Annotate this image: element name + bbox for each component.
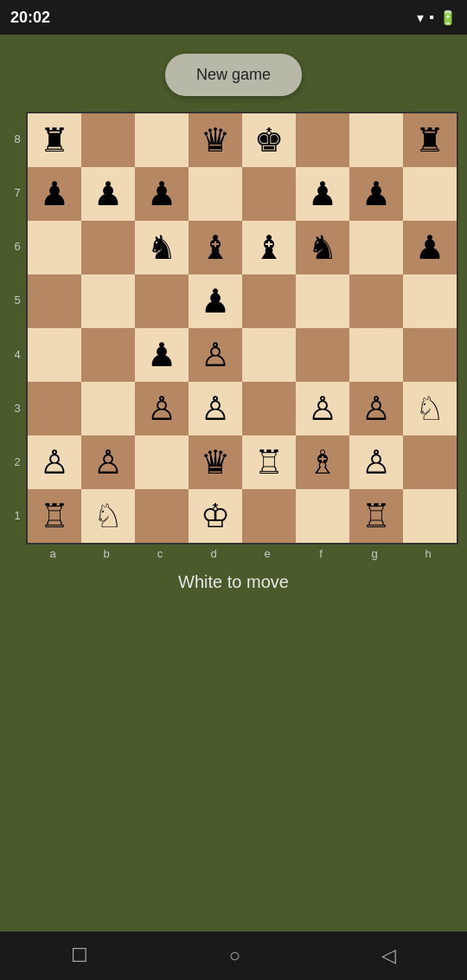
board-cell[interactable]: ♖ <box>349 489 403 543</box>
chess-piece: ♙ <box>147 392 176 425</box>
board-cell[interactable]: ♙ <box>349 435 403 489</box>
rank-label: 3 <box>9 381 26 435</box>
board-cell[interactable] <box>242 274 296 328</box>
board-cell[interactable] <box>403 274 457 328</box>
chess-piece: ♜ <box>40 124 69 157</box>
chess-piece: ♝ <box>201 231 230 264</box>
board-cell[interactable] <box>135 113 189 167</box>
board-cell[interactable]: ♛ <box>189 435 242 489</box>
chess-piece: ♙ <box>361 446 391 479</box>
home-icon[interactable]: ○ <box>229 945 240 967</box>
back-icon[interactable]: ◁ <box>381 945 396 967</box>
board-cell[interactable] <box>403 489 457 543</box>
board-cell[interactable]: ♞ <box>296 221 349 274</box>
board-cell[interactable] <box>135 435 189 489</box>
board-cell[interactable] <box>296 274 349 328</box>
board-cell[interactable] <box>242 167 296 221</box>
board-cell[interactable]: ♘ <box>403 382 457 435</box>
board-cell[interactable] <box>28 274 81 328</box>
board-cell[interactable] <box>349 221 403 274</box>
board-cell[interactable] <box>349 113 403 167</box>
chess-piece: ♖ <box>361 500 391 532</box>
chess-piece: ♝ <box>254 231 284 264</box>
board-cell[interactable]: ♚ <box>242 113 296 167</box>
board-cell[interactable] <box>81 274 135 328</box>
board-cell[interactable]: ♟ <box>81 167 135 221</box>
board-cell[interactable]: ♜ <box>28 113 81 167</box>
board-cell[interactable] <box>296 489 349 543</box>
board-cell[interactable]: ♝ <box>189 221 242 274</box>
board-cell[interactable]: ♙ <box>189 328 242 382</box>
board-cell[interactable]: ♞ <box>135 221 189 274</box>
board-cell[interactable]: ♔ <box>189 489 242 543</box>
chess-piece: ♚ <box>254 124 284 157</box>
file-label: c <box>133 545 187 560</box>
board-cell[interactable] <box>81 328 135 382</box>
chess-piece: ♟ <box>93 177 123 210</box>
recents-icon[interactable]: ☐ <box>71 945 88 967</box>
board-cell[interactable]: ♙ <box>189 382 242 435</box>
board-cell[interactable] <box>242 489 296 543</box>
file-label: d <box>187 545 240 560</box>
board-cell[interactable]: ♟ <box>296 167 349 221</box>
board-cell[interactable]: ♟ <box>189 274 242 328</box>
board-cell[interactable]: ♛ <box>189 113 242 167</box>
rank-label: 6 <box>9 220 26 274</box>
chess-piece: ♟ <box>201 285 230 318</box>
board-cell[interactable] <box>349 328 403 382</box>
chess-piece: ♙ <box>201 338 230 371</box>
board-cell[interactable] <box>135 274 189 328</box>
board-cell[interactable]: ♙ <box>349 382 403 435</box>
board-cell[interactable] <box>296 113 349 167</box>
chess-piece: ♘ <box>415 392 445 425</box>
board-cell[interactable] <box>403 435 457 489</box>
board-cell[interactable] <box>28 382 81 435</box>
board-cell[interactable] <box>28 221 81 274</box>
board-cell[interactable]: ♘ <box>81 489 135 543</box>
status-bar: 20:02 ▾ ▪ 🔋 <box>0 0 467 35</box>
board-cell[interactable]: ♗ <box>296 435 349 489</box>
chess-piece: ♖ <box>254 446 284 479</box>
board-cell[interactable]: ♟ <box>349 167 403 221</box>
board-cell[interactable] <box>189 167 242 221</box>
board-cell[interactable]: ♙ <box>81 435 135 489</box>
board-cell[interactable] <box>81 382 135 435</box>
board-cell[interactable] <box>242 382 296 435</box>
board-cell[interactable] <box>81 113 135 167</box>
chess-piece: ♙ <box>361 392 391 425</box>
chess-piece: ♛ <box>201 124 230 157</box>
board-cell[interactable]: ♜ <box>403 113 457 167</box>
new-game-button[interactable]: New game <box>165 54 302 96</box>
chess-piece: ♟ <box>147 338 176 371</box>
board-cell[interactable] <box>242 328 296 382</box>
board-cell[interactable] <box>403 167 457 221</box>
board-cell[interactable] <box>81 221 135 274</box>
chess-piece: ♟ <box>415 231 445 264</box>
board-cell[interactable]: ♝ <box>242 221 296 274</box>
file-label: h <box>401 545 455 560</box>
board-cell[interactable]: ♙ <box>28 435 81 489</box>
board-cell[interactable]: ♙ <box>135 382 189 435</box>
board-cell[interactable]: ♙ <box>296 382 349 435</box>
board-cell[interactable]: ♟ <box>403 221 457 274</box>
file-label: e <box>240 545 294 560</box>
rank-label: 5 <box>9 274 26 327</box>
board-cell[interactable] <box>296 328 349 382</box>
chess-piece: ♙ <box>201 392 230 425</box>
board-cell[interactable]: ♟ <box>135 328 189 382</box>
board-cell[interactable] <box>349 274 403 328</box>
signal-icon: ▪ <box>429 10 434 25</box>
status-time: 20:02 <box>10 9 50 27</box>
board-cell[interactable]: ♟ <box>135 167 189 221</box>
chess-board-container: 87654321 ♜♛♚♜♟♟♟♟♟♞♝♝♞♟♟♟♙♙♙♙♙♘♙♙♛♖♗♙♖♘♔… <box>9 112 458 560</box>
board-cell[interactable]: ♟ <box>28 167 81 221</box>
board-cell[interactable] <box>135 489 189 543</box>
file-label: g <box>348 545 401 560</box>
board-cell[interactable]: ♖ <box>242 435 296 489</box>
board-cell[interactable] <box>28 328 81 382</box>
file-labels: abcdefgh <box>26 545 455 560</box>
board-cell[interactable] <box>403 328 457 382</box>
chess-piece: ♘ <box>93 500 123 532</box>
board-cell[interactable]: ♖ <box>28 489 81 543</box>
chess-board[interactable]: ♜♛♚♜♟♟♟♟♟♞♝♝♞♟♟♟♙♙♙♙♙♘♙♙♛♖♗♙♖♘♔♖ <box>26 112 458 545</box>
